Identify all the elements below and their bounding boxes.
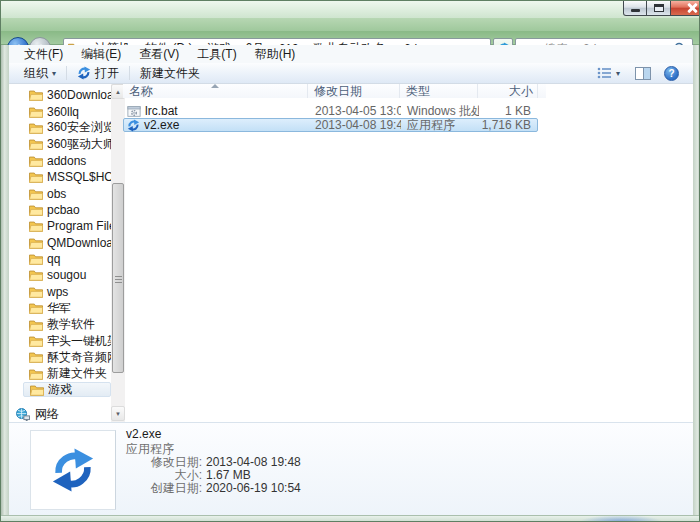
tree-folder-label: 游戏 bbox=[48, 382, 72, 397]
toolbar-separator bbox=[66, 66, 67, 80]
details-fields: 修改日期: 2013-04-08 19:48 大小: 1.67 MB 创建日期:… bbox=[126, 456, 301, 495]
tree-folder-item[interactable]: qq bbox=[9, 251, 111, 267]
tree-folder-item[interactable]: 牢头一键机架电 bbox=[9, 333, 111, 349]
tree-folder-item[interactable]: 教学软件 bbox=[9, 316, 111, 332]
menu-item[interactable]: 文件(F) bbox=[15, 46, 72, 63]
menu-item[interactable]: 帮助(H) bbox=[246, 46, 305, 63]
views-icon bbox=[597, 67, 612, 79]
tree-folder-item[interactable]: MSSQL$HOME bbox=[9, 169, 111, 185]
toolbar-right-group: ▾ ? bbox=[595, 64, 685, 83]
batch-file-icon bbox=[127, 105, 141, 118]
open-button[interactable]: 打开 bbox=[70, 64, 126, 83]
tree-folder-label: 牢头一键机架电 bbox=[47, 333, 111, 349]
tree-folder-label: Program Files ( bbox=[47, 219, 111, 233]
sync-app-icon-large bbox=[50, 447, 96, 493]
folder-icon bbox=[29, 138, 43, 150]
folder-icon bbox=[29, 253, 43, 265]
tree-folder-label: addons bbox=[47, 154, 86, 168]
command-toolbar: 组织 ▾ 打开 新建文件夹 ▾ bbox=[9, 63, 693, 84]
tree-folder-item[interactable]: 360Downloads bbox=[9, 87, 111, 103]
folder-icon bbox=[29, 220, 43, 232]
change-view-button[interactable]: ▾ bbox=[595, 64, 622, 83]
file-row[interactable]: v2.exe 2013-04-08 19:48 应用程序 1,716 KB bbox=[123, 118, 538, 132]
column-header-name[interactable]: 名称 bbox=[123, 84, 308, 98]
tree-folder-item[interactable]: 酥艾奇音频网音 bbox=[9, 349, 111, 365]
tree-folder-item[interactable]: addons bbox=[9, 153, 111, 169]
tree-folder-item[interactable]: 360llq bbox=[9, 103, 111, 119]
menu-bar: 文件(F)编辑(E)查看(V)工具(T)帮助(H) bbox=[9, 45, 693, 63]
tree-folder-item[interactable]: obs bbox=[9, 185, 111, 201]
new-folder-button[interactable]: 新建文件夹 bbox=[133, 64, 207, 83]
menu-item[interactable]: 查看(V) bbox=[130, 46, 188, 63]
preview-pane-icon bbox=[635, 67, 651, 80]
file-size: 1 KB bbox=[479, 104, 535, 118]
tree-folder-item[interactable]: sougou bbox=[9, 267, 111, 283]
minimize-button[interactable] bbox=[623, 1, 647, 16]
file-date: 2013-04-05 13:02 bbox=[309, 104, 401, 118]
tree-folder-label: 华军 bbox=[47, 300, 71, 316]
organize-button[interactable]: 组织 ▾ bbox=[17, 64, 63, 83]
sync-app-icon bbox=[127, 119, 140, 132]
column-header-type[interactable]: 类型 bbox=[400, 84, 478, 98]
details-file-name: v2.exe bbox=[126, 427, 161, 441]
tree-folder-item[interactable]: wps bbox=[9, 284, 111, 300]
file-preview-icon-well bbox=[30, 430, 116, 510]
file-date: 2013-04-08 19:48 bbox=[309, 118, 401, 132]
preview-pane-button[interactable] bbox=[633, 64, 653, 83]
folder-icon bbox=[29, 106, 43, 118]
window-controls bbox=[623, 1, 700, 16]
tree-folder-item[interactable]: 游戏 bbox=[23, 382, 111, 397]
content-area: 360Downloads 360llq 360安全浏览器下 360驱动 bbox=[9, 84, 693, 422]
tree-folder-item[interactable]: Program Files ( bbox=[9, 218, 111, 234]
menu-item[interactable]: 工具(T) bbox=[188, 46, 245, 63]
folder-icon bbox=[29, 237, 43, 249]
tree-folder-label: MSSQL$HOME bbox=[47, 170, 111, 184]
help-button[interactable]: ? bbox=[664, 66, 679, 81]
scroll-down-button[interactable]: ▼ bbox=[111, 406, 125, 421]
sort-ascending-icon bbox=[211, 84, 219, 88]
folder-icon bbox=[29, 89, 43, 101]
tree-folder-label: obs bbox=[47, 187, 66, 201]
file-list: lrc.bat 2013-04-05 13:02 Windows 批处理... … bbox=[123, 104, 546, 132]
folder-icon bbox=[29, 368, 43, 380]
folder-icon bbox=[29, 302, 43, 314]
tree-network-item[interactable]: 网络 bbox=[9, 406, 59, 422]
thumb-grip bbox=[115, 276, 122, 277]
explorer-window: ▾ ▸ 计算机 ▸ 软件 (D:) ▸ 游戏 ▸ 6月 bbox=[0, 0, 700, 522]
tree-folder-item[interactable]: 360安全浏览器下 bbox=[9, 120, 111, 136]
maximize-button[interactable] bbox=[647, 1, 671, 16]
file-size: 1,716 KB bbox=[479, 118, 535, 132]
tree-folder-label: 360Downloads bbox=[47, 88, 111, 102]
folder-icon bbox=[29, 188, 43, 200]
tree-scrollbar[interactable]: ▲ ▼ bbox=[111, 84, 125, 422]
tree-folder-item[interactable]: 360驱动大师目 bbox=[9, 136, 111, 152]
tree-folder-label: QMDownload bbox=[47, 236, 111, 250]
column-header-size[interactable]: 大小 bbox=[478, 84, 538, 98]
details-field-row: 创建日期: 2020-06-19 10:54 bbox=[126, 482, 301, 495]
tree-folder-label: pcbao bbox=[47, 203, 80, 217]
tree-folder-label: sougou bbox=[47, 268, 86, 282]
folder-icon bbox=[29, 286, 43, 298]
tree-folder-item[interactable]: pcbao bbox=[9, 202, 111, 218]
title-bar bbox=[1, 1, 700, 18]
window-frame-left bbox=[1, 45, 9, 515]
tree-folder-item[interactable]: QMDownload bbox=[9, 235, 111, 251]
network-icon bbox=[15, 408, 30, 421]
navigation-bar: ▾ ▸ 计算机 ▸ 软件 (D:) ▸ 游戏 ▸ 6月 bbox=[1, 18, 700, 45]
scrollbar-thumb[interactable] bbox=[112, 183, 124, 373]
tree-folder-item[interactable]: 华军 bbox=[9, 300, 111, 316]
column-header-date[interactable]: 修改日期 bbox=[308, 84, 400, 98]
folder-icon bbox=[29, 171, 43, 183]
folder-icon bbox=[29, 335, 43, 347]
folder-icon bbox=[30, 384, 44, 396]
tree-folder-label: 360驱动大师目 bbox=[47, 136, 111, 152]
menu-item[interactable]: 编辑(E) bbox=[72, 46, 130, 63]
folder-icon bbox=[29, 122, 43, 134]
organize-chevron-icon: ▾ bbox=[52, 69, 56, 78]
window-frame-bottom bbox=[1, 515, 700, 522]
close-button[interactable] bbox=[671, 1, 700, 16]
tree-folder-item[interactable]: 新建文件夹 bbox=[9, 366, 111, 382]
close-icon bbox=[687, 3, 697, 13]
folder-icon bbox=[29, 155, 43, 167]
toolbar-separator bbox=[129, 66, 130, 80]
